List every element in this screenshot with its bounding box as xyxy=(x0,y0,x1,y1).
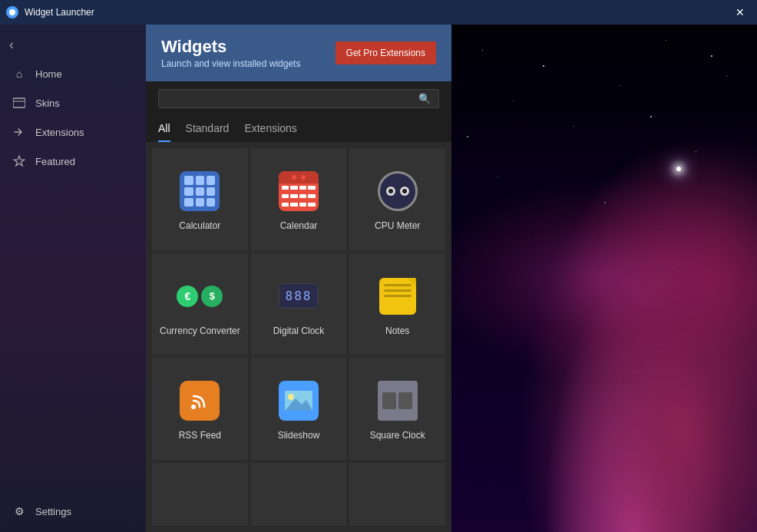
page-title: Widgets xyxy=(161,37,300,57)
search-container: 🔍 xyxy=(158,89,439,108)
search-icon: 🔍 xyxy=(418,93,431,104)
titlebar: Widget Launcher ✕ xyxy=(0,0,757,25)
header: Widgets Launch and view installed widget… xyxy=(146,25,451,81)
euro-icon: € xyxy=(177,286,198,307)
svg-point-3 xyxy=(191,405,196,409)
svg-point-0 xyxy=(9,9,15,15)
widget-cpu-meter[interactable]: CPU Meter xyxy=(349,148,445,250)
pro-extensions-button[interactable]: Get Pro Extensions xyxy=(336,41,436,64)
widget-slideshow-label: Slideshow xyxy=(278,430,320,441)
sidebar-item-extensions[interactable]: Extensions xyxy=(0,117,146,147)
cpu-eye-right xyxy=(400,187,409,196)
cpu-eye-left xyxy=(386,187,395,196)
titlebar-left: Widget Launcher xyxy=(6,6,94,18)
app-icon xyxy=(6,6,18,18)
widget-grid: Calculator Calenda xyxy=(146,142,451,532)
page-subtitle: Launch and view installed widgets xyxy=(161,58,300,69)
dollar-icon: $ xyxy=(201,286,223,307)
widget-calculator-label: Calculator xyxy=(179,220,220,231)
widget-currency-label: Currency Converter xyxy=(160,325,240,336)
widget-digital-clock[interactable]: 888 Digital Clock xyxy=(251,253,347,355)
widget-digital-clock-label: Digital Clock xyxy=(273,325,325,336)
widget-square-clock-label: Square Clock xyxy=(370,430,425,441)
notes-icon xyxy=(376,275,419,318)
square-clock-icon xyxy=(376,379,419,422)
widget-notes[interactable]: Notes xyxy=(349,253,445,355)
svg-rect-1 xyxy=(13,98,25,107)
content-area: Widgets Launch and view installed widget… xyxy=(146,25,451,532)
tab-standard[interactable]: Standard xyxy=(186,122,230,142)
calendar-icon xyxy=(277,170,320,213)
sidebar: ‹ ⌂ Home Skins Extensions xyxy=(0,25,146,532)
extensions-icon xyxy=(12,125,26,139)
settings-icon: ⚙ xyxy=(12,504,26,518)
digital-clock-icon: 888 xyxy=(277,275,320,318)
sidebar-bottom: ⚙ Settings xyxy=(0,497,146,526)
back-button[interactable]: ‹ xyxy=(0,31,146,59)
background-panel xyxy=(451,25,757,532)
sidebar-item-settings[interactable]: ⚙ Settings xyxy=(0,497,146,526)
svg-point-5 xyxy=(288,394,294,400)
widget-slideshow[interactable]: Slideshow xyxy=(251,358,347,460)
main-layout: ‹ ⌂ Home Skins Extensions xyxy=(0,25,757,532)
titlebar-title: Widget Launcher xyxy=(25,7,94,18)
widget-rss-feed[interactable]: RSS Feed xyxy=(152,358,248,460)
widget-calendar-label: Calendar xyxy=(280,220,318,231)
widget-currency-converter[interactable]: € $ Currency Converter xyxy=(152,253,248,355)
sidebar-item-skins[interactable]: Skins xyxy=(0,88,146,117)
currency-icon: € $ xyxy=(178,275,221,318)
widget-calculator[interactable]: Calculator xyxy=(152,148,248,250)
widget-notes-label: Notes xyxy=(385,325,409,336)
home-icon: ⌂ xyxy=(12,67,26,81)
search-input[interactable] xyxy=(167,93,418,104)
widget-calendar[interactable]: Calendar xyxy=(251,148,347,250)
sq-block-left xyxy=(382,392,396,409)
slideshow-icon xyxy=(277,379,320,422)
calculator-icon xyxy=(178,170,221,213)
nebula xyxy=(451,177,757,379)
header-text: Widgets Launch and view installed widget… xyxy=(161,37,300,69)
sidebar-label-skins: Skins xyxy=(35,97,60,109)
sidebar-item-home[interactable]: ⌂ Home xyxy=(0,59,146,88)
search-bar: 🔍 xyxy=(146,81,451,116)
skins-icon xyxy=(12,96,26,110)
close-button[interactable]: ✕ xyxy=(729,4,751,21)
sidebar-label-settings: Settings xyxy=(35,506,71,517)
tabs: All Standard Extensions xyxy=(146,116,451,142)
sidebar-label-home: Home xyxy=(35,68,62,80)
widget-square-clock[interactable]: Square Clock xyxy=(349,358,445,460)
star-icon xyxy=(12,154,26,168)
bright-star xyxy=(676,167,681,171)
rss-icon xyxy=(178,379,221,422)
sidebar-item-featured[interactable]: Featured xyxy=(0,147,146,176)
widget-rss-label: RSS Feed xyxy=(179,430,221,441)
sidebar-label-featured: Featured xyxy=(35,156,75,167)
sidebar-label-extensions: Extensions xyxy=(35,127,84,138)
tab-all[interactable]: All xyxy=(158,122,170,142)
widget-empty-2 xyxy=(251,463,347,527)
widget-cpu-label: CPU Meter xyxy=(375,220,420,231)
cpu-icon xyxy=(376,170,419,213)
sq-block-right xyxy=(398,392,412,409)
tab-extensions[interactable]: Extensions xyxy=(244,122,296,142)
widget-empty-1 xyxy=(152,463,248,527)
widget-empty-3 xyxy=(349,463,445,527)
